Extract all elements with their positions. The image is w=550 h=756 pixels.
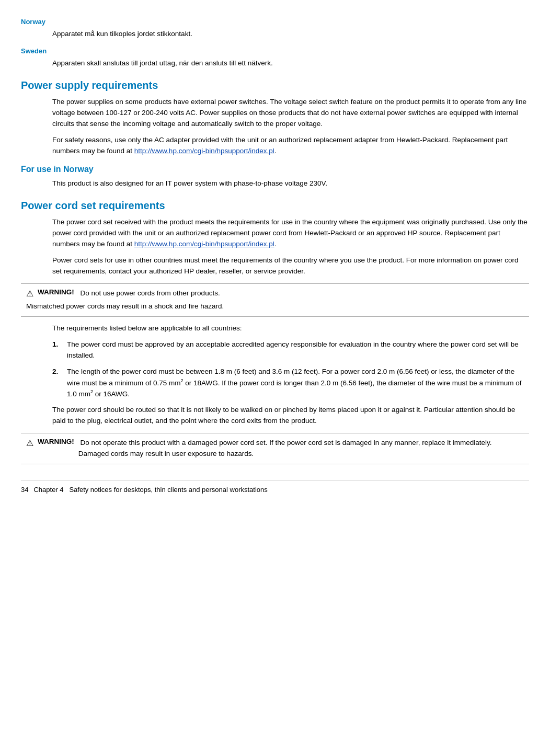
warning1-second: Mismatched power cords may result in a s… [26, 301, 524, 312]
warning1-row: ⚠ WARNING! Do not use power cords from o… [26, 288, 524, 299]
power-cord-para1-text: The power cord set received with the pro… [52, 218, 528, 248]
power-cord-para2: Power cord sets for use in other countri… [52, 255, 529, 277]
para2-after-link: . [274, 147, 277, 155]
sweden-heading: Sweden [21, 47, 529, 55]
warning-triangle-icon-1: ⚠ [26, 289, 33, 299]
hp-support-link-2[interactable]: http://www.hp.com/cgi-bin/hpsupport/inde… [134, 240, 274, 248]
footer-chapter-text: Safety notices for desktops, thin client… [64, 486, 268, 494]
warning2-row: ⚠ WARNING! Do not operate this product w… [26, 438, 524, 460]
power-cord-heading: Power cord set requirements [21, 200, 529, 212]
warning2-label: WARNING! [38, 438, 74, 445]
warning-box-1: ⚠ WARNING! Do not use power cords from o… [21, 283, 529, 317]
item2-text: The length of the power cord must be bet… [67, 366, 529, 400]
power-supply-heading: Power supply requirements [21, 79, 529, 91]
footer-chapter-label: Chapter 4 [33, 486, 63, 494]
power-cord-para1: The power cord set received with the pro… [52, 217, 529, 250]
footer-bar: 34 Chapter 4 Safety notices for desktops… [21, 480, 529, 499]
warning1-text: Do not use power cords from other produc… [78, 288, 220, 299]
warning-box-2: ⚠ WARNING! Do not operate this product w… [21, 433, 529, 464]
numbered-item-1: 1. The power cord must be approved by an… [52, 339, 529, 361]
footer-page-number: 34 [21, 486, 28, 494]
for-use-norway-heading: For use in Norway [21, 165, 529, 174]
item1-number: 1. [52, 339, 67, 361]
warning2-text: Do not operate this product with a damag… [78, 438, 524, 460]
hp-support-link-1[interactable]: http://www.hp.com/cgi-bin/hpsupport/inde… [134, 147, 274, 155]
for-use-norway-body: This product is also designed for an IT … [52, 178, 529, 189]
warning1-label: WARNING! [38, 288, 74, 296]
norway-heading: Norway [21, 18, 529, 26]
item1-text: The power cord must be approved by an ac… [67, 339, 529, 361]
power-supply-para2: For safety reasons, use only the AC adap… [52, 135, 529, 157]
warning-triangle-icon-2: ⚠ [26, 438, 33, 448]
item2-number: 2. [52, 366, 67, 400]
requirements-intro: The requirements listed below are applic… [52, 323, 529, 334]
sweden-body: Apparaten skall anslutas till jordat utt… [52, 58, 529, 69]
power-cord-para1-after: . [274, 240, 277, 248]
power-supply-para1: The power supplies on some products have… [52, 97, 529, 130]
norway-body: Apparatet må kun tilkoples jordet stikko… [52, 29, 529, 40]
power-cord-para3: The power cord should be routed so that … [52, 405, 529, 427]
numbered-item-2: 2. The length of the power cord must be … [52, 366, 529, 400]
para2-before-link: For safety reasons, use only the AC adap… [52, 136, 508, 155]
